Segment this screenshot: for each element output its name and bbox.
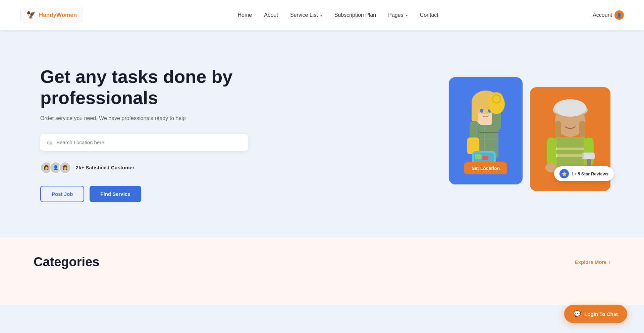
hero-card-1: Set Location (449, 77, 523, 184)
star-dot: ⭐ (559, 169, 569, 178)
categories-section: Categories Explore More › (0, 238, 644, 305)
categories-title: Categories (34, 255, 99, 269)
nav-item-pages[interactable]: Pages ▾ (388, 12, 408, 18)
svg-point-32 (554, 99, 586, 117)
nav-item-contact[interactable]: Contact (420, 12, 438, 18)
nav-link-service-list[interactable]: Service List ▾ (290, 12, 322, 18)
svg-rect-41 (582, 153, 595, 159)
nav-item-home[interactable]: Home (237, 12, 252, 18)
hero-title: Get any tasks done by professionals (40, 66, 268, 108)
badge-location[interactable]: Set Location (464, 162, 507, 174)
chat-icon: 💬 (574, 310, 581, 318)
find-service-button[interactable]: Find Service (90, 186, 141, 202)
reviews-text: 1+ 5 Star Reviews (572, 171, 608, 176)
hero-section: Get any tasks done by professionals Orde… (0, 30, 644, 238)
hero-content: Get any tasks done by professionals Orde… (40, 66, 268, 202)
avatar-3: 👩 (59, 162, 71, 174)
avatars: 👩 👤 👩 (40, 162, 71, 174)
account-icon: 👤 (614, 10, 624, 20)
svg-rect-20 (475, 154, 482, 159)
svg-rect-21 (482, 156, 488, 160)
nav-link-subscription[interactable]: Subscription Plan (334, 12, 376, 18)
svg-point-5 (480, 109, 483, 113)
nav-link-about[interactable]: About (264, 12, 278, 18)
chat-label: Login To Chat (584, 311, 618, 317)
hero-buttons: Post Job Find Service (40, 186, 268, 202)
pages-caret: ▾ (405, 13, 408, 17)
logo-icon: 🦅 (26, 11, 36, 19)
nav-item-subscription[interactable]: Subscription Plan (334, 12, 376, 18)
explore-more-link[interactable]: Explore More › (575, 259, 610, 265)
customers-text: 2k+ Satisficed Customer (76, 165, 135, 170)
service-list-caret: ▾ (319, 13, 322, 17)
navbar: 🦅 HandyWomen Home About Service List ▾ S… (0, 0, 644, 30)
hero-subtitle: Order service you need, We have professi… (40, 115, 268, 121)
nav-item-service-list[interactable]: Service List ▾ (290, 12, 322, 18)
nav-link-home[interactable]: Home (237, 12, 252, 18)
customers-row: 👩 👤 👩 2k+ Satisficed Customer (40, 162, 268, 174)
location-icon: ◎ (47, 139, 52, 146)
search-input[interactable] (56, 140, 241, 145)
nav-item-about[interactable]: About (264, 12, 278, 18)
svg-rect-3 (472, 102, 478, 122)
logo[interactable]: 🦅 HandyWomen (20, 8, 83, 22)
post-job-button[interactable]: Post Job (40, 186, 84, 202)
search-bar: ◎ (40, 134, 248, 151)
hero-card-2: ⭐ 1+ 5 Star Reviews (530, 87, 610, 191)
hero-images: Set Location (449, 77, 610, 191)
login-to-chat-button[interactable]: 💬 Login To Chat (564, 305, 627, 323)
explore-more-label: Explore More (575, 259, 607, 265)
svg-rect-38 (547, 137, 556, 166)
logo-text: HandyWomen (39, 12, 77, 18)
nav-links: Home About Service List ▾ Subscription P… (237, 12, 438, 18)
categories-header: Categories Explore More › (34, 255, 610, 269)
account-menu[interactable]: Account 👤 (593, 10, 624, 20)
badge-reviews: ⭐ 1+ 5 Star Reviews (554, 166, 614, 181)
nav-link-pages[interactable]: Pages ▾ (388, 12, 408, 18)
account-label: Account (593, 12, 612, 18)
nav-link-contact[interactable]: Contact (420, 12, 438, 18)
explore-arrow-icon: › (609, 259, 610, 265)
